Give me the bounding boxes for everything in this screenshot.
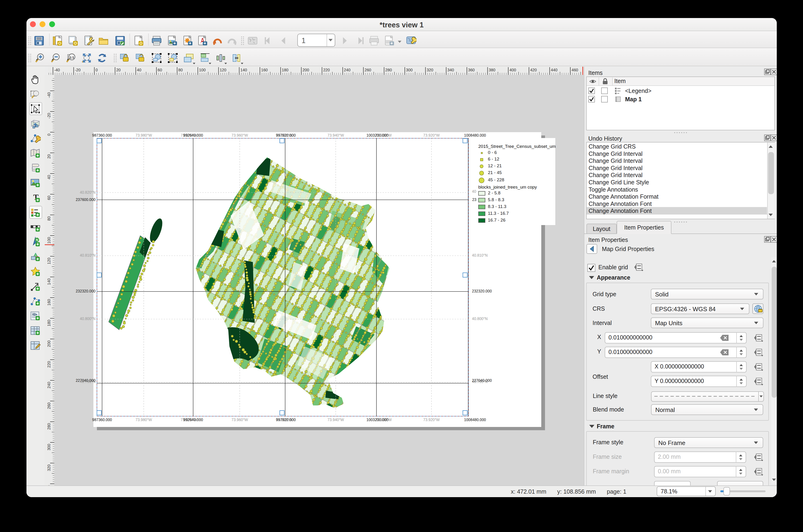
svg-text:-40: -40 [54,68,60,72]
svg-text:-40: -40 [47,92,51,98]
svg-text:80: 80 [47,216,51,221]
svg-text:20: 20 [116,68,121,72]
svg-text:440: 440 [551,68,558,72]
svg-text:60: 60 [158,68,162,72]
svg-text:0: 0 [47,134,51,136]
svg-text:-20: -20 [47,113,51,119]
svg-text:300: 300 [47,444,51,450]
svg-text:160: 160 [47,299,51,306]
svg-text:220: 220 [323,68,330,72]
svg-text:80: 80 [178,68,183,72]
svg-text:400: 400 [509,68,516,72]
svg-text:1:1: 1:1 [70,56,74,59]
svg-text:100: 100 [47,237,51,244]
svg-text:-20: -20 [75,68,81,72]
svg-text:380: 380 [489,68,495,72]
svg-text:240: 240 [344,68,350,72]
svg-text:300: 300 [406,68,413,72]
svg-text:40: 40 [137,68,141,72]
svg-text:340: 340 [448,68,454,72]
svg-text:420: 420 [530,68,536,72]
svg-text:60: 60 [47,195,51,200]
svg-text:320: 320 [426,68,433,72]
svg-text:160: 160 [261,68,268,72]
svg-text:240: 240 [47,382,51,388]
svg-text:460: 460 [571,68,578,72]
svg-text:100: 100 [199,68,205,72]
svg-text:140: 140 [47,279,51,285]
svg-text:140: 140 [240,68,247,72]
svg-text:260: 260 [365,68,371,72]
svg-text:180: 180 [282,68,288,72]
svg-text:180: 180 [47,320,51,326]
svg-text:20: 20 [47,154,51,159]
svg-text:40: 40 [47,175,51,179]
svg-text:</>: </> [32,312,37,316]
svg-text:260: 260 [47,402,51,409]
svg-text:220: 220 [47,361,51,367]
svg-text:200: 200 [47,340,51,347]
svg-text:360: 360 [468,68,475,72]
svg-text:120: 120 [47,258,51,264]
svg-text:N: N [36,238,38,242]
svg-text:0: 0 [95,68,98,72]
svg-text:280: 280 [47,423,51,430]
svg-text:200: 200 [303,68,309,72]
svg-text:120: 120 [220,68,226,72]
svg-text:280: 280 [385,68,392,72]
svg-text:320: 320 [47,464,51,471]
